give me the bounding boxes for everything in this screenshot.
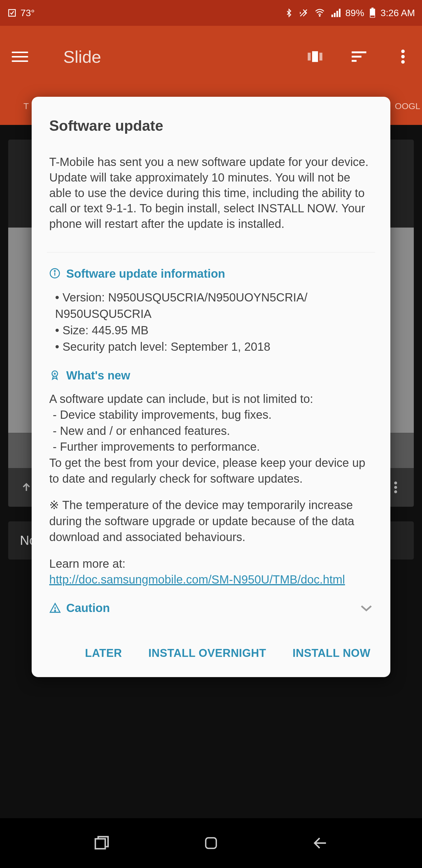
install-now-button[interactable]: INSTALL NOW bbox=[292, 647, 370, 659]
badge-icon bbox=[49, 370, 61, 381]
divider bbox=[47, 252, 375, 252]
info-icon bbox=[49, 268, 61, 279]
dialog-actions: LATER INSTALL OVERNIGHT INSTALL NOW bbox=[49, 647, 373, 659]
dialog-title: Software update bbox=[49, 117, 373, 134]
learn-more-link[interactable]: http://doc.samsungmobile.com/SM-N950U/TM… bbox=[49, 573, 345, 586]
warning-icon bbox=[49, 602, 61, 614]
info-section-header: Software update information bbox=[49, 267, 373, 280]
svg-point-24 bbox=[54, 271, 55, 272]
later-button[interactable]: LATER bbox=[85, 647, 122, 659]
software-update-dialog: Software update T-Mobile has sent you a … bbox=[32, 97, 390, 677]
info-section-label: Software update information bbox=[66, 267, 225, 280]
chevron-down-icon bbox=[360, 604, 373, 612]
svg-point-27 bbox=[55, 610, 55, 611]
info-body: • Version: N950USQU5CRIA/N950UOYN5CRIA/ … bbox=[49, 289, 373, 355]
caution-header[interactable]: Caution bbox=[49, 601, 373, 615]
dialog-intro: T-Mobile has sent you a new software upd… bbox=[49, 154, 373, 232]
whats-new-header: What's new bbox=[49, 369, 373, 382]
whats-new-body: A software update can include, but is no… bbox=[49, 391, 373, 587]
caution-label: Caution bbox=[66, 601, 110, 615]
install-overnight-button[interactable]: INSTALL OVERNIGHT bbox=[148, 647, 266, 659]
whats-new-label: What's new bbox=[66, 369, 130, 382]
